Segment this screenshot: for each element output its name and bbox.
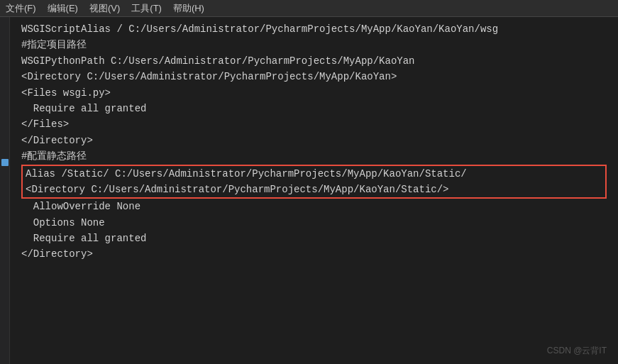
code-line-line7: Require all granted	[21, 101, 607, 116]
code-editor: WSGIScriptAlias / C:/Users/Administrator…	[10, 17, 618, 267]
code-line-line16: Require all granted	[21, 231, 607, 246]
highlight-block: Alias /Static/ C:/Users/Administrator/Py…	[21, 165, 607, 199]
menu-item-edit[interactable]: 编辑(E)	[48, 2, 78, 15]
menu-bar[interactable]: 文件(F) 编辑(E) 视图(V) 工具(T) 帮助(H)	[0, 0, 618, 17]
code-line-line15: Options None	[21, 215, 607, 231]
menu-item-file[interactable]: 文件(F)	[6, 2, 36, 15]
left-sidebar	[0, 17, 10, 364]
menu-item-view[interactable]: 视图(V)	[89, 2, 120, 15]
code-line-line17: </Directory>	[21, 246, 607, 262]
code-line-line12h: Alias /Static/ C:/Users/Administrator/Py…	[23, 166, 605, 182]
code-line-line11: #配置静态路径	[21, 148, 607, 164]
code-line-line9: </Directory>	[21, 133, 607, 148]
code-line-line5: <Directory C:/Users/Administrator/Pychar…	[21, 69, 607, 84]
code-line-line13h: <Directory C:/Users/Administrator/Pychar…	[23, 182, 605, 197]
code-line-line6: <Files wsgi.py>	[21, 85, 607, 101]
menu-item-tools[interactable]: 工具(T)	[131, 2, 162, 15]
code-line-line3: #指定项目路径	[21, 37, 607, 53]
code-line-line1: WSGIScriptAlias / C:/Users/Administrator…	[21, 21, 607, 37]
code-line-line14: AllowOverride None	[21, 199, 607, 214]
watermark: CSDN @云背IT	[547, 345, 607, 357]
menu-item-help[interactable]: 帮助(H)	[173, 2, 204, 15]
sidebar-indicator	[1, 159, 9, 166]
code-line-line8: </Files>	[21, 116, 607, 132]
code-line-line4: WSGIPythonPath C:/Users/Administrator/Py…	[21, 53, 607, 69]
